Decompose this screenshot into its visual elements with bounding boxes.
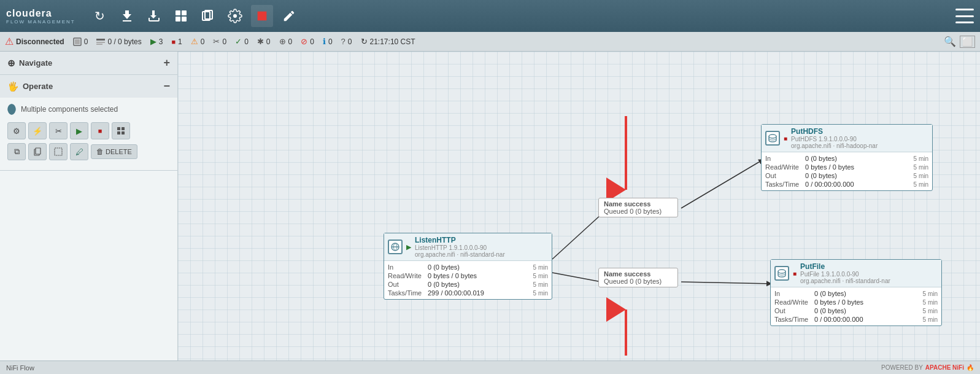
upload-template-icon[interactable] bbox=[116, 5, 138, 27]
svg-rect-9 bbox=[75, 39, 80, 44]
uptodate-value: 0 bbox=[244, 37, 249, 46]
powered-by: POWERED BY APACHE NiFi 🔥 bbox=[881, 364, 974, 371]
svg-rect-10 bbox=[96, 39, 105, 41]
questions-value: 0 bbox=[348, 37, 352, 46]
scissors-button[interactable]: ✂ bbox=[49, 122, 68, 139]
processor-count-value: 0 bbox=[84, 37, 88, 46]
putfile-rw-time: 5 min bbox=[923, 299, 938, 306]
copy-button[interactable]: ⧉ bbox=[7, 143, 26, 160]
window-icon[interactable]: ⬜ bbox=[960, 36, 975, 48]
operate-label: Operate bbox=[23, 82, 53, 91]
refresh-icon[interactable]: ↻ bbox=[89, 5, 111, 27]
listenhttp-out-value: 0 (0 bytes) bbox=[428, 281, 533, 288]
putfile-in-row: In 0 (0 bytes) 5 min bbox=[774, 289, 938, 298]
settings-icon[interactable] bbox=[224, 5, 246, 27]
svg-rect-11 bbox=[96, 42, 105, 43]
operate-icon: 🖐 bbox=[7, 81, 19, 92]
puthdfs-tasks-row: Tasks/Time 0 / 00:00:00.000 5 min bbox=[765, 180, 928, 189]
footer: NiFi Flow POWERED BY APACHE NiFi 🔥 bbox=[0, 360, 980, 374]
modified-value: 0 bbox=[266, 37, 271, 46]
stop-button[interactable]: ■ bbox=[91, 122, 109, 139]
putfile-in-value: 0 (0 bytes) bbox=[814, 290, 923, 297]
svg-rect-7 bbox=[257, 12, 266, 21]
putfile-tasks-row: Tasks/Time 0 / 00:00:00.000 5 min bbox=[774, 315, 938, 324]
questions-status: ? 0 bbox=[341, 37, 352, 46]
puthdfs-tasks-label: Tasks/Time bbox=[765, 181, 805, 188]
statusbar: ⚠ Disconnected 0 0 / 0 bytes ▶ 3 ■ 1 ⚠ 0… bbox=[0, 32, 980, 52]
svg-line-20 bbox=[552, 214, 601, 259]
info-value: 0 bbox=[328, 37, 333, 46]
group-button[interactable] bbox=[49, 143, 68, 160]
svg-rect-16 bbox=[122, 131, 125, 134]
putfile-stop-icon: ■ bbox=[793, 270, 797, 277]
putfile-out-time: 5 min bbox=[923, 308, 938, 314]
drop-icon bbox=[7, 104, 16, 115]
canvas[interactable]: Name success Queued 0 (0 bytes) Name suc… bbox=[178, 52, 980, 374]
warning-value: 0 bbox=[201, 37, 205, 46]
svg-rect-13 bbox=[117, 127, 120, 130]
listenhttp-in-label: In bbox=[388, 263, 428, 271]
template-button[interactable] bbox=[112, 122, 130, 139]
toolbar: cloudera FLOW MANAGEMENT ↻ bbox=[0, 0, 980, 32]
puthdfs-out-label: Out bbox=[765, 172, 805, 179]
puthdfs-out-time: 5 min bbox=[914, 173, 928, 179]
puthdfs-title: PutHDFS bbox=[791, 127, 878, 136]
lightning-button[interactable]: ⚡ bbox=[28, 122, 47, 139]
processor-putfile[interactable]: ■ PutFile PutFile 1.9.1.0.0.0-90 org.apa… bbox=[770, 259, 942, 326]
listenhttp-title: ListenHTTP bbox=[415, 236, 505, 244]
settings-button[interactable]: ⚙ bbox=[7, 122, 26, 139]
action-buttons-row2: ⧉ 🖊 🗑 DELETE bbox=[7, 143, 170, 160]
operate-header: 🖐 Operate − bbox=[0, 75, 177, 98]
logo: cloudera FLOW MANAGEMENT bbox=[6, 8, 75, 25]
svg-point-29 bbox=[778, 270, 785, 273]
navigate-section: ⊕ Navigate + bbox=[0, 52, 177, 75]
play-button[interactable]: ▶ bbox=[70, 122, 88, 139]
puthdfs-rw-row: Read/Write 0 bytes / 0 bytes 5 min bbox=[765, 163, 928, 171]
putfile-in-time: 5 min bbox=[923, 290, 938, 297]
disabled-status: ✂ 0 bbox=[213, 37, 226, 46]
navigate-label: Navigate bbox=[19, 58, 52, 68]
putfile-title: PutFile bbox=[800, 262, 890, 271]
stopped-value: 1 bbox=[178, 37, 182, 46]
listenhttp-in-time: 5 min bbox=[533, 264, 548, 271]
paste-button[interactable] bbox=[28, 143, 47, 160]
putfile-package: org.apache.nifi · nifi-standard-nar bbox=[800, 278, 890, 284]
conn1-queued: Queued 0 (0 bytes) bbox=[604, 208, 673, 215]
puthdfs-rw-time: 5 min bbox=[914, 164, 928, 171]
putfile-tasks-value: 0 / 00:00:00.000 bbox=[814, 316, 923, 323]
copy-icon[interactable] bbox=[197, 5, 219, 27]
processor-puthdfs[interactable]: ■ PutHDFS PutHDFS 1.9.1.0.0.0-90 org.apa… bbox=[761, 124, 933, 191]
running-status: ▶ 3 bbox=[150, 37, 163, 46]
stop-icon[interactable] bbox=[251, 5, 273, 27]
delete-button[interactable]: 🗑 DELETE bbox=[91, 144, 137, 159]
pencil-icon[interactable] bbox=[278, 5, 300, 27]
template-icon[interactable] bbox=[170, 5, 192, 27]
apache-nifi-text: APACHE NiFi bbox=[925, 364, 964, 371]
puthdfs-subtitle: PutHDFS 1.9.1.0.0.0-90 bbox=[791, 136, 878, 142]
putfile-body: In 0 (0 bytes) 5 min Read/Write 0 bytes … bbox=[771, 287, 941, 325]
download-icon[interactable] bbox=[143, 5, 165, 27]
color-button[interactable]: 🖊 bbox=[70, 143, 88, 160]
left-panel: ⊕ Navigate + 🖐 Operate − Multiple compon… bbox=[0, 52, 178, 374]
conn2-queued: Queued 0 (0 bytes) bbox=[604, 278, 673, 285]
listenhttp-package: org.apache.nifi · nifi-standard-nar bbox=[415, 251, 505, 258]
menu-icon[interactable] bbox=[955, 9, 974, 23]
running-value: 3 bbox=[159, 37, 163, 46]
puthdfs-stop-icon: ■ bbox=[784, 135, 787, 142]
listenhttp-header: ▶ ListenHTTP ListenHTTP 1.9.1.0.0.0-90 o… bbox=[384, 233, 552, 261]
listenhttp-out-row: Out 0 (0 bytes) 5 min bbox=[388, 280, 548, 289]
search-icon[interactable]: 🔍 bbox=[944, 36, 956, 48]
operate-collapse-icon[interactable]: − bbox=[163, 80, 170, 93]
conn1-name: Name success bbox=[604, 200, 673, 208]
puthdfs-in-row: In 0 (0 bytes) 5 min bbox=[765, 154, 928, 163]
processor-listenhttp[interactable]: ▶ ListenHTTP ListenHTTP 1.9.1.0.0.0-90 o… bbox=[384, 233, 552, 300]
info-status: ℹ 0 bbox=[323, 37, 333, 46]
logo-text: cloudera bbox=[6, 8, 75, 19]
navigate-expand-icon[interactable]: + bbox=[163, 56, 170, 69]
puthdfs-rw-value: 0 bytes / 0 bytes bbox=[805, 163, 914, 171]
connection-status: ⚠ Disconnected bbox=[5, 36, 64, 47]
action-buttons-row1: ⚙ ⚡ ✂ ▶ ■ bbox=[7, 122, 170, 139]
queue-status: 0 / 0 bytes bbox=[96, 37, 141, 46]
putfile-subtitle: PutFile 1.9.1.0.0.0-90 bbox=[800, 271, 890, 278]
puthdfs-body: In 0 (0 bytes) 5 min Read/Write 0 bytes … bbox=[762, 152, 932, 190]
